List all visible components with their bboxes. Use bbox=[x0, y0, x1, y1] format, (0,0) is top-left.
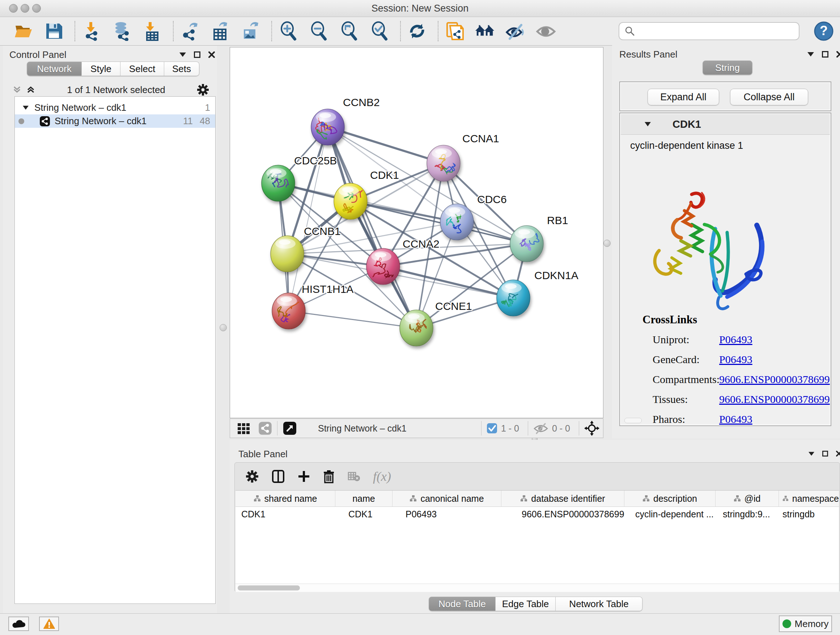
tab-node-table[interactable]: Node Table bbox=[429, 597, 496, 611]
node-label-hist1h1a: HIST1H1A bbox=[302, 283, 354, 295]
node-label-cdc25b: CDC25B bbox=[294, 155, 337, 166]
clone-network-icon[interactable] bbox=[444, 21, 465, 42]
column-header[interactable]: database identifier bbox=[501, 491, 624, 507]
toolbar-separator bbox=[481, 421, 482, 435]
panel-float-icon[interactable] bbox=[194, 51, 201, 58]
disclosure-triangle-icon[interactable] bbox=[23, 106, 28, 110]
column-header[interactable]: canonical name bbox=[393, 491, 501, 507]
left-splitter-handle[interactable] bbox=[219, 324, 227, 331]
collapse-all-button[interactable]: Collapse All bbox=[730, 89, 808, 105]
network-canvas[interactable]: CCNB2CCNA1CDC25BCDK1CDC6RB1CCNB1CCNA2CDK… bbox=[230, 47, 603, 418]
selected-checkbox-icon[interactable] bbox=[486, 423, 497, 434]
crosslink-link[interactable]: 9606.ENSP00000378699 bbox=[719, 373, 830, 386]
search-box[interactable] bbox=[619, 22, 799, 40]
zoom-fit-icon[interactable] bbox=[339, 21, 360, 42]
save-session-icon[interactable] bbox=[43, 21, 65, 42]
network-graph[interactable]: CCNB2CCNA1CDC25BCDK1CDC6RB1CCNB1CCNA2CDK… bbox=[230, 48, 603, 418]
search-icon bbox=[624, 26, 635, 36]
cytoscape-window: Session: New Session bbox=[0, 0, 840, 635]
show-columns-icon[interactable] bbox=[272, 470, 285, 483]
export-network-icon[interactable] bbox=[180, 21, 201, 42]
expand-all-chevron-icon[interactable] bbox=[26, 85, 35, 95]
warnings-button[interactable] bbox=[39, 616, 59, 631]
panel-close-icon[interactable] bbox=[836, 451, 840, 456]
zoom-out-icon[interactable] bbox=[308, 21, 329, 42]
fit-content-crosshair-icon[interactable] bbox=[584, 421, 600, 436]
expand-all-button[interactable]: Expand All bbox=[647, 89, 719, 105]
protein-node-cdkn1a[interactable]: CDKN1A bbox=[497, 269, 578, 316]
column-header[interactable]: description bbox=[624, 491, 715, 507]
crosslink-link[interactable]: P06493 bbox=[719, 413, 752, 425]
protein-node-ccna1[interactable]: CCNA1 bbox=[427, 133, 499, 181]
help-icon[interactable]: ? bbox=[814, 21, 834, 41]
panel-menu-icon[interactable] bbox=[808, 452, 814, 456]
column-header[interactable]: @id bbox=[715, 491, 779, 507]
export-table-icon[interactable] bbox=[210, 21, 231, 42]
crosslink-label: Uniprot: bbox=[653, 333, 690, 346]
panel-close-icon[interactable] bbox=[208, 51, 215, 58]
tab-string[interactable]: String bbox=[703, 60, 752, 75]
import-table-icon[interactable] bbox=[142, 21, 163, 42]
protein-node-ccne1[interactable]: CCNE1 bbox=[400, 300, 472, 346]
import-network-icon[interactable] bbox=[81, 21, 102, 42]
tab-network-table[interactable]: Network Table bbox=[556, 597, 643, 611]
crosslink-link[interactable]: P06493 bbox=[719, 333, 752, 346]
panel-menu-icon[interactable] bbox=[807, 52, 814, 57]
import-database-icon[interactable] bbox=[111, 21, 133, 42]
node-label-cdk1: CDK1 bbox=[370, 169, 399, 181]
protein-card-header[interactable]: CDK1 bbox=[621, 114, 830, 135]
tab-sets[interactable]: Sets bbox=[164, 62, 199, 76]
network-share-icon[interactable] bbox=[258, 421, 272, 435]
protein-node-rb1[interactable]: RB1 bbox=[510, 214, 568, 262]
crosslink-link[interactable]: 9606.ENSP00000378699 bbox=[719, 393, 830, 405]
network-row-selected[interactable]: String Network – cdk1 11 48 bbox=[15, 114, 215, 128]
table-panel-body: f(x) shared name name canonical name dat… bbox=[234, 462, 840, 592]
network-collection-label: String Network – cdk1 bbox=[34, 102, 126, 113]
protein-node-cdc6[interactable]: CDC6 bbox=[440, 193, 507, 240]
results-scrollbar-thumb[interactable] bbox=[624, 418, 642, 423]
scrollbar-thumb[interactable] bbox=[238, 585, 300, 591]
network-options-gear-icon[interactable] bbox=[197, 84, 209, 96]
export-image-icon[interactable] bbox=[240, 21, 261, 42]
show-hide-icon[interactable] bbox=[505, 21, 526, 42]
table-gear-icon[interactable] bbox=[246, 470, 259, 483]
crosslink-link[interactable]: P06493 bbox=[719, 353, 752, 366]
node-label-ccnb1: CCNB1 bbox=[304, 225, 341, 237]
search-input[interactable] bbox=[635, 26, 789, 37]
table-panel-window-controls bbox=[808, 451, 840, 456]
birds-eye-grid-icon[interactable] bbox=[237, 421, 251, 435]
zoom-in-icon[interactable] bbox=[278, 21, 299, 42]
protein-node-hist1h1a[interactable]: HIST1H1A bbox=[272, 283, 354, 329]
delete-column-icon[interactable] bbox=[323, 470, 335, 483]
column-header[interactable]: shared name bbox=[235, 491, 335, 507]
tab-network[interactable]: Network bbox=[27, 62, 82, 76]
panel-float-icon[interactable] bbox=[822, 51, 829, 57]
hidden-eye-icon bbox=[533, 422, 548, 434]
panel-menu-icon[interactable] bbox=[180, 52, 186, 57]
toolbar-separator bbox=[579, 421, 579, 435]
network-view-toolbar: String Network – cdk1 1 - 0 0 - 0 bbox=[230, 418, 603, 438]
network-collection-row[interactable]: String Network – cdk1 1 bbox=[15, 101, 215, 114]
disclosure-triangle-icon[interactable] bbox=[645, 122, 651, 126]
memory-button[interactable]: Memory bbox=[779, 616, 832, 632]
zoom-selected-icon[interactable] bbox=[369, 21, 390, 42]
tab-style[interactable]: Style bbox=[82, 62, 120, 76]
tab-select[interactable]: Select bbox=[120, 62, 164, 76]
tab-edge-table[interactable]: Edge Table bbox=[496, 597, 556, 611]
table-row[interactable]: CDK1 CDK1 P06493 9606.ENSP00000378699 cy… bbox=[235, 507, 839, 521]
right-splitter-handle[interactable] bbox=[603, 240, 611, 247]
panel-float-icon[interactable] bbox=[822, 451, 828, 456]
refresh-icon[interactable] bbox=[407, 21, 428, 42]
panel-close-icon[interactable] bbox=[836, 51, 840, 57]
collapse-all-chevron-icon[interactable] bbox=[12, 85, 22, 95]
open-full-view-icon[interactable] bbox=[283, 421, 297, 435]
home-pages-icon[interactable] bbox=[475, 21, 496, 42]
table-horizontal-scrollbar[interactable] bbox=[235, 584, 839, 592]
column-header[interactable]: name bbox=[335, 491, 393, 507]
memory-label: Memory bbox=[795, 618, 829, 630]
open-session-icon[interactable] bbox=[13, 21, 34, 42]
add-column-icon[interactable] bbox=[298, 470, 310, 483]
cloud-button[interactable] bbox=[8, 616, 29, 631]
node-label-ccnb2: CCNB2 bbox=[343, 96, 380, 108]
column-header[interactable]: namespace bbox=[779, 491, 839, 507]
